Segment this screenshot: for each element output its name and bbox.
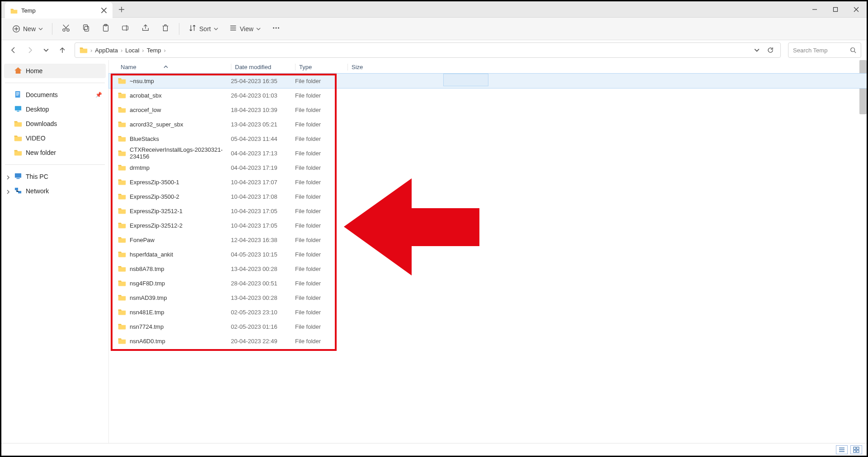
file-type: File folder (295, 237, 347, 243)
home-icon (14, 67, 22, 75)
sort-button-label: Sort (199, 25, 211, 33)
more-button[interactable] (267, 21, 285, 37)
file-date: 20-04-2023 22:49 (231, 338, 295, 345)
column-name[interactable]: Name (121, 64, 231, 70)
file-row[interactable]: drmtmp04-04-2023 17:19File folder (109, 160, 867, 175)
refresh-button[interactable] (765, 45, 776, 56)
new-tab-button[interactable] (113, 1, 131, 17)
column-type[interactable]: Type (295, 64, 347, 70)
folder-icon (118, 236, 126, 244)
nav-group-item[interactable]: This PC (1, 169, 108, 184)
column-date[interactable]: Date modified (231, 64, 295, 70)
view-button-label: View (240, 25, 253, 33)
file-row[interactable]: nsn481E.tmp02-05-2023 23:10File folder (109, 305, 867, 319)
delete-button[interactable] (156, 21, 174, 37)
file-row[interactable]: FonePaw12-04-2023 16:38File folder (109, 233, 867, 247)
svg-rect-20 (16, 178, 19, 179)
nav-quick-item[interactable]: New folder (1, 145, 108, 160)
nav-quick-item[interactable]: VIDEO (1, 131, 108, 145)
maximize-button[interactable] (825, 1, 846, 17)
nav-item-label: VIDEO (26, 135, 46, 142)
folder-icon (118, 91, 126, 100)
svg-rect-14 (16, 92, 19, 93)
folder-icon (14, 149, 22, 157)
close-window-button[interactable] (846, 1, 867, 17)
folder-icon (80, 46, 88, 55)
breadcrumb-segment[interactable]: AppData (95, 47, 118, 54)
nav-quick-item[interactable]: Documents📌 (1, 88, 108, 102)
folder-icon (118, 120, 126, 129)
pin-icon: 📌 (95, 92, 102, 98)
file-row[interactable]: ExpressZip-32512-210-04-2023 17:05File f… (109, 218, 867, 233)
new-button[interactable]: New (8, 21, 47, 37)
breadcrumb-segment[interactable]: Temp (147, 47, 161, 54)
back-button[interactable] (7, 43, 20, 57)
details-view-button[interactable] (836, 445, 848, 454)
svg-rect-25 (857, 447, 859, 449)
file-row[interactable]: BlueStacks05-04-2023 11:44File folder (109, 131, 867, 146)
file-row[interactable]: nsmAD39.tmp13-04-2023 00:28File folder (109, 290, 867, 305)
file-type: File folder (295, 266, 347, 272)
history-dropdown[interactable] (751, 45, 762, 56)
column-size[interactable]: Size (347, 64, 384, 70)
file-name: nsnA6D0.tmp (130, 338, 165, 345)
chevron-right-icon (6, 174, 11, 179)
file-row[interactable]: nsn7724.tmp02-05-2023 01:16File folder (109, 319, 867, 334)
address-bar[interactable]: › AppData › Local › Temp › (75, 42, 781, 58)
file-row[interactable]: nsnA6D0.tmp20-04-2023 22:49File folder (109, 334, 867, 348)
file-date: 18-04-2023 10:39 (231, 107, 295, 113)
file-date: 05-04-2023 11:44 (231, 135, 295, 142)
minimize-button[interactable] (804, 1, 825, 17)
up-button[interactable] (56, 43, 69, 57)
thumbnails-view-button[interactable] (850, 445, 862, 454)
file-row[interactable]: CTXReceiverInstallLogs-20230321-23415604… (109, 146, 867, 160)
file-date: 13-04-2023 05:21 (231, 121, 295, 128)
search-box[interactable]: Search Temp (788, 42, 861, 58)
chevron-right-icon: › (142, 47, 144, 54)
nav-home[interactable]: Home (4, 64, 106, 78)
share-button[interactable] (136, 21, 155, 37)
copy-button[interactable] (77, 21, 95, 37)
svg-rect-18 (17, 111, 19, 112)
file-row[interactable]: nsg4F8D.tmp28-04-2023 00:51File folder (109, 276, 867, 290)
file-list[interactable]: ~nsu.tmp25-04-2023 16:35File folderacrob… (109, 74, 867, 348)
tab-close-icon[interactable] (101, 7, 107, 14)
file-row[interactable]: nsb8A78.tmp13-04-2023 00:28File folder (109, 261, 867, 276)
chevron-right-icon: › (90, 47, 92, 54)
nav-quick-item[interactable]: Downloads (1, 117, 108, 131)
forward-button[interactable] (23, 43, 37, 57)
file-row[interactable]: acrocef_low18-04-2023 10:39File folder (109, 103, 867, 117)
folder-icon (118, 221, 126, 230)
doc-icon (14, 91, 22, 99)
file-row[interactable]: ExpressZip-3500-110-04-2023 17:07File fo… (109, 175, 867, 189)
search-placeholder: Search Temp (793, 47, 847, 54)
window-tab[interactable]: Temp (5, 2, 113, 19)
file-name: BlueStacks (130, 135, 159, 142)
folder-icon (10, 7, 18, 14)
file-row[interactable]: acrobat_sbx26-04-2023 01:03File folder (109, 88, 867, 103)
file-name: FonePaw (130, 237, 155, 243)
sort-button[interactable]: Sort (184, 21, 223, 37)
file-row[interactable]: ExpressZip-32512-110-04-2023 17:05File f… (109, 204, 867, 218)
folder-icon (118, 265, 126, 273)
file-row[interactable]: ExpressZip-3500-210-04-2023 17:08File fo… (109, 189, 867, 204)
file-date: 25-04-2023 16:35 (231, 78, 295, 84)
file-row[interactable]: hsperfdata_ankit04-05-2023 10:15File fol… (109, 247, 867, 261)
folder-icon (14, 134, 22, 143)
file-row[interactable]: acrord32_super_sbx13-04-2023 05:21File f… (109, 117, 867, 131)
nav-home-label: Home (26, 67, 42, 75)
svg-rect-27 (857, 450, 859, 452)
nav-quick-item[interactable]: Desktop (1, 102, 108, 117)
file-name: drmtmp (130, 164, 150, 171)
view-button[interactable]: View (225, 21, 265, 37)
clipboard-icon (102, 24, 110, 33)
file-name: nsmAD39.tmp (130, 294, 167, 301)
paste-button[interactable] (97, 21, 115, 37)
nav-group-item[interactable]: Network (1, 184, 108, 198)
recent-dropdown[interactable] (39, 43, 53, 57)
file-date: 04-04-2023 17:19 (231, 164, 295, 171)
breadcrumb-segment[interactable]: Local (125, 47, 139, 54)
cut-button[interactable] (57, 21, 75, 37)
rename-button[interactable] (117, 21, 135, 37)
chevron-right-icon: › (164, 47, 166, 54)
